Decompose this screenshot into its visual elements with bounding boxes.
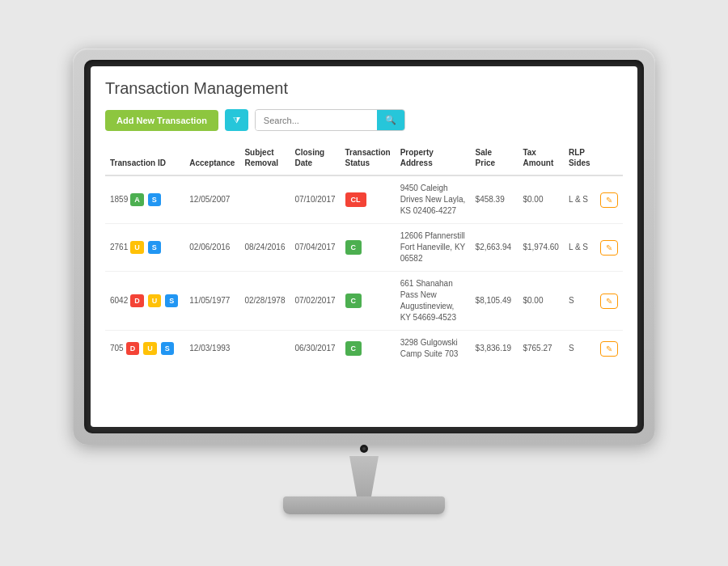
- cell-acceptance: 11/05/1977: [184, 272, 239, 331]
- cell-rlp-sides: L & S: [564, 224, 595, 272]
- badge-d: D: [130, 294, 144, 308]
- cell-address: 3298 Gulgowski Camp Suite 703: [396, 331, 471, 367]
- transaction-table: Transaction ID Acceptance Subject Remova…: [105, 142, 623, 366]
- transaction-table-container: Transaction ID Acceptance Subject Remova…: [105, 142, 623, 366]
- camera-dot: [360, 445, 368, 453]
- cell-status: C: [341, 224, 396, 272]
- cell-status: CL: [341, 175, 396, 224]
- cell-edit: ✎: [595, 224, 623, 272]
- cell-id: 6042 DUS: [105, 272, 184, 331]
- cell-id: 1859 AS: [105, 175, 184, 224]
- badge-d: D: [126, 342, 140, 356]
- header-transaction-id: Transaction ID: [105, 142, 184, 175]
- monitor-body: Transaction Management Add New Transacti…: [73, 49, 655, 445]
- cell-status: C: [341, 272, 396, 331]
- search-box: 🔍: [255, 109, 405, 131]
- table-header-row: Transaction ID Acceptance Subject Remova…: [105, 142, 623, 175]
- cell-id: 705 DUS: [105, 331, 184, 367]
- cell-sale-price: $458.39: [471, 175, 518, 224]
- header-closing-date: Closing Date: [290, 142, 340, 175]
- header-transaction-status: Transaction Status: [341, 142, 396, 175]
- cell-closing-date: 07/10/2017: [290, 175, 340, 224]
- table-row: 6042 DUS 11/05/1977 02/28/1978 07/02/201…: [105, 272, 623, 331]
- badge-u: U: [130, 241, 144, 255]
- search-icon: 🔍: [385, 115, 396, 125]
- monitor-bezel: Transaction Management Add New Transacti…: [84, 60, 644, 433]
- transaction-id-number: 2761: [110, 242, 128, 253]
- table-row: 705 DUS 12/03/1993 06/30/2017 C 3298 Gul…: [105, 331, 623, 367]
- cell-tax-amount: $765.27: [518, 331, 564, 367]
- cell-address: 9450 Caleigh Drives New Layla, KS 02406-…: [396, 175, 471, 224]
- badge-s: S: [165, 294, 178, 308]
- cell-acceptance: 02/06/2016: [184, 224, 239, 272]
- cell-sale-price: $2,663.94: [471, 224, 518, 272]
- edit-button[interactable]: ✎: [600, 192, 618, 208]
- header-rlp-sides: RLP Sides: [564, 142, 595, 175]
- cell-closing-date: 07/02/2017: [290, 272, 340, 331]
- cell-rlp-sides: S: [564, 272, 595, 331]
- cell-subject-removal: [239, 331, 290, 367]
- status-badge: CL: [345, 192, 366, 208]
- page-title: Transaction Management: [105, 79, 623, 98]
- cell-subject-removal: [239, 175, 290, 224]
- badge-s: S: [148, 193, 161, 207]
- badge-u: U: [143, 342, 157, 356]
- app-container: Transaction Management Add New Transacti…: [91, 66, 637, 427]
- header-property-address: Property Address: [396, 142, 471, 175]
- search-button[interactable]: 🔍: [377, 110, 404, 130]
- cell-closing-date: 07/04/2017: [290, 224, 340, 272]
- transaction-id-number: 6042: [110, 295, 128, 306]
- cell-tax-amount: $1,974.60: [518, 224, 564, 272]
- edit-button[interactable]: ✎: [600, 240, 618, 256]
- status-badge: C: [345, 294, 362, 309]
- cell-acceptance: 12/05/2007: [184, 175, 239, 224]
- cell-acceptance: 12/03/1993: [184, 331, 239, 367]
- cell-rlp-sides: S: [564, 331, 595, 367]
- table-row: 2761 US 02/06/2016 08/24/2016 07/04/2017…: [105, 224, 623, 272]
- edit-button[interactable]: ✎: [600, 294, 618, 309]
- badge-s: S: [148, 241, 161, 255]
- cell-subject-removal: 08/24/2016: [239, 224, 290, 272]
- table-row: 1859 AS 12/05/2007 07/10/2017 CL 9450 Ca…: [105, 175, 623, 224]
- cell-sale-price: $3,836.19: [471, 331, 518, 367]
- edit-button[interactable]: ✎: [600, 341, 618, 357]
- cell-edit: ✎: [595, 331, 623, 367]
- cell-tax-amount: $0.00: [518, 175, 564, 224]
- badge-a: A: [130, 193, 144, 207]
- filter-icon: ⧩: [233, 115, 240, 125]
- cell-tax-amount: $0.00: [518, 272, 564, 331]
- header-sale-price: Sale Price: [471, 142, 518, 175]
- search-input[interactable]: [256, 111, 377, 130]
- monitor-stand-neck: [340, 456, 388, 496]
- badge-u: U: [148, 294, 162, 308]
- cell-status: C: [341, 331, 396, 367]
- monitor-screen: Transaction Management Add New Transacti…: [91, 66, 637, 427]
- cell-address: 661 Shanahan Pass New Augustineview, KY …: [396, 272, 471, 331]
- badge-s: S: [161, 342, 174, 356]
- filter-button[interactable]: ⧩: [225, 109, 248, 131]
- cell-rlp-sides: L & S: [564, 175, 595, 224]
- transaction-id-number: 1859: [110, 194, 128, 205]
- transaction-id-number: 705: [110, 343, 124, 354]
- toolbar: Add New Transaction ⧩ 🔍: [105, 109, 623, 131]
- status-badge: C: [345, 240, 362, 256]
- monitor: Transaction Management Add New Transacti…: [73, 49, 655, 517]
- header-tax-amount: Tax Amount: [518, 142, 564, 175]
- cell-edit: ✎: [595, 272, 623, 331]
- cell-closing-date: 06/30/2017: [290, 331, 340, 367]
- header-acceptance: Acceptance: [184, 142, 239, 175]
- cell-address: 12606 Pfannerstill Fort Haneville, KY 06…: [396, 224, 471, 272]
- add-transaction-button[interactable]: Add New Transaction: [105, 110, 218, 131]
- header-subject-removal: Subject Removal: [239, 142, 290, 175]
- cell-sale-price: $8,105.49: [471, 272, 518, 331]
- cell-id: 2761 US: [105, 224, 184, 272]
- status-badge: C: [345, 341, 362, 357]
- cell-subject-removal: 02/28/1978: [239, 272, 290, 331]
- header-edit: [595, 142, 623, 175]
- cell-edit: ✎: [595, 175, 623, 224]
- monitor-stand-base: [283, 496, 445, 514]
